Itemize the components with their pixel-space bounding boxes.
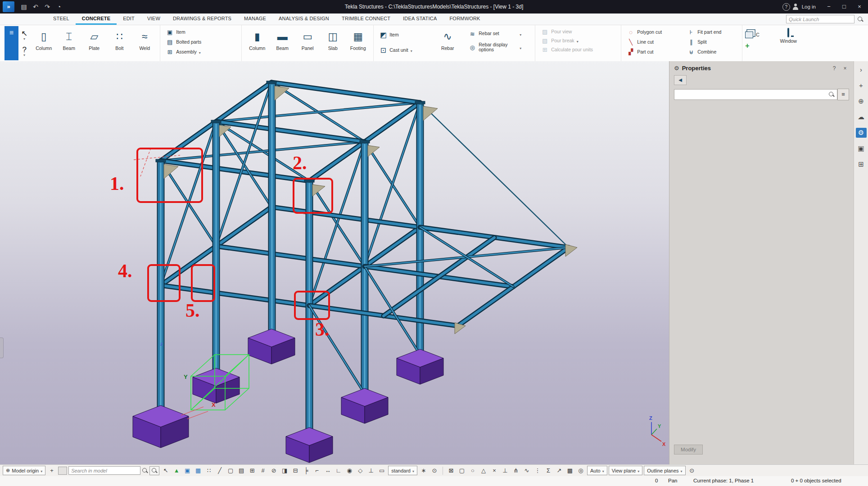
cast-unit-tool[interactable]: ⊡Cast unit: [376, 42, 415, 58]
combine-tool[interactable]: ⊎Combine: [684, 47, 719, 57]
search-settings-button[interactable]: [149, 466, 159, 475]
concrete-footing-tool[interactable]: ▦Footing: [345, 27, 371, 51]
intersection-icon[interactable]: ⋔: [511, 466, 521, 475]
steel-weld-tool[interactable]: ≈Weld: [132, 27, 157, 51]
auto-dropdown[interactable]: Auto: [587, 466, 607, 475]
hatch-icon[interactable]: ▩: [565, 466, 575, 475]
outline-planes-dropdown[interactable]: Outline planes: [644, 466, 685, 475]
undo-icon[interactable]: ↶: [30, 3, 41, 10]
file-menu-button[interactable]: ≡: [5, 26, 18, 60]
snap-nearest-icon[interactable]: ⊘: [269, 466, 279, 475]
components-catalog-icon[interactable]: ▣: [856, 144, 867, 153]
model-search-input[interactable]: [68, 466, 140, 475]
snap-ortho-icon[interactable]: ∟: [334, 466, 344, 475]
search-icon[interactable]: [142, 468, 148, 474]
search-icon[interactable]: [857, 16, 863, 22]
help-icon[interactable]: ?: [782, 3, 790, 11]
snap-plane-icon[interactable]: ◨: [280, 466, 289, 475]
tab-formwork[interactable]: FORMWORK: [443, 14, 486, 25]
window-tool[interactable]: Window: [776, 27, 801, 44]
tab-trimble-connect[interactable]: TRIMBLE CONNECT: [335, 14, 397, 25]
polygon-cut-tool[interactable]: ◌Polygon cut: [624, 27, 665, 37]
perpendicular-icon[interactable]: ⊥: [500, 466, 510, 475]
view-plane-dropdown[interactable]: View plane: [609, 466, 643, 475]
maximize-button[interactable]: □: [837, 1, 851, 13]
select-lines-icon[interactable]: ╱: [215, 466, 225, 475]
viewport-side-grip[interactable]: [0, 338, 4, 358]
caret-down-icon[interactable]: [199, 48, 201, 56]
select-pointer-icon[interactable]: ↖: [161, 466, 171, 475]
concrete-panel-tool[interactable]: ▭Panel: [295, 27, 320, 51]
select-area-icon[interactable]: ▲: [172, 466, 181, 475]
model-viewport[interactable]: Y X z Z Y X 1. 2.: [0, 61, 669, 464]
context-help-button[interactable]: ?▾: [21, 46, 27, 57]
tab-analysis-design[interactable]: ANALYSIS & DESIGN: [272, 14, 335, 25]
steel-bolt-tool[interactable]: ∷Bolt: [107, 27, 132, 51]
snap-any-point-icon[interactable]: ◇: [355, 466, 365, 475]
add-panel-icon[interactable]: +: [856, 81, 867, 90]
steel-plate-tool[interactable]: ▱Plate: [81, 27, 107, 51]
rebar-tool[interactable]: ∿Rebar: [435, 27, 460, 51]
model-origin-dropdown[interactable]: ⊕ Model origin: [3, 466, 45, 475]
snap-corner-icon[interactable]: ⌐: [312, 466, 322, 475]
collapse-panel-icon[interactable]: ›: [856, 65, 867, 75]
properties-close-icon[interactable]: ×: [841, 65, 849, 72]
vector-icon[interactable]: ↗: [554, 466, 564, 475]
snap-override-icon[interactable]: ∗: [419, 466, 429, 475]
add-point-button[interactable]: +: [47, 466, 57, 475]
modify-button[interactable]: Modify: [674, 445, 703, 454]
properties-panel-icon[interactable]: ⚙: [856, 128, 867, 138]
save-icon[interactable]: ▤: [18, 3, 30, 10]
steel-column-tool[interactable]: ▯Column: [31, 27, 56, 51]
select-tool-button[interactable]: ↖▾: [21, 30, 27, 40]
rebar-set-tool[interactable]: ≋Rebar set: [466, 27, 524, 40]
create-object-tool[interactable]: C: [745, 27, 760, 42]
search-icon[interactable]: [828, 91, 835, 98]
close-button[interactable]: ×: [853, 1, 866, 13]
concrete-beam-tool[interactable]: ▬Beam: [270, 27, 295, 51]
split-tool[interactable]: ∥Split: [684, 37, 709, 47]
target-icon[interactable]: ◎: [576, 466, 586, 475]
line-cut-tool[interactable]: ╲Line cut: [624, 37, 656, 47]
applications-icon[interactable]: ⊞: [856, 159, 867, 169]
origin-box-button[interactable]: [58, 467, 67, 475]
zoom-window-icon[interactable]: ▢: [457, 466, 467, 475]
select-faces-icon[interactable]: ▢: [226, 466, 235, 475]
curve-tool-icon[interactable]: ∿: [522, 466, 532, 475]
caret-down-icon[interactable]: [520, 43, 521, 51]
measure-icon[interactable]: Σ: [543, 466, 553, 475]
fit-part-end-tool[interactable]: ⊦Fit part end: [684, 27, 724, 37]
select-filter-icon[interactable]: ▣: [182, 466, 192, 475]
history-icon[interactable]: ◔: [53, 3, 65, 10]
add-object-tool[interactable]: +: [745, 42, 749, 50]
minimize-button[interactable]: −: [822, 1, 836, 13]
caret-down-icon[interactable]: [411, 46, 412, 54]
login-button[interactable]: Log in: [802, 4, 816, 9]
tab-edit[interactable]: EDIT: [117, 14, 141, 25]
snap-center-icon[interactable]: ◉: [344, 466, 354, 475]
tab-idea-statica[interactable]: IDEA STATICA: [397, 14, 443, 25]
selection-filter-dropdown[interactable]: standard: [388, 466, 417, 475]
concrete-item-tool[interactable]: ◩Item: [376, 27, 401, 42]
properties-menu-button[interactable]: ≡: [837, 89, 849, 100]
tab-manage[interactable]: MANAGE: [238, 14, 272, 25]
tab-view[interactable]: VIEW: [141, 14, 167, 25]
snap-extension-icon[interactable]: ↔: [323, 466, 333, 475]
concrete-column-tool[interactable]: ▮Column: [244, 27, 270, 51]
concrete-slab-tool[interactable]: ◫Slab: [320, 27, 345, 51]
caret-down-icon[interactable]: [520, 30, 521, 38]
properties-help-icon[interactable]: ?: [830, 65, 838, 72]
erase-icon[interactable]: ×: [489, 466, 499, 475]
bolted-parts-tool[interactable]: ▤Bolted parts: [163, 37, 204, 47]
select-plates-icon[interactable]: ▤: [236, 466, 246, 475]
snap-visibility-icon[interactable]: ⊙: [429, 466, 439, 475]
properties-search-input[interactable]: [674, 89, 837, 100]
select-assemblies-icon[interactable]: ⊞: [247, 466, 257, 475]
select-components-icon[interactable]: #: [258, 466, 268, 475]
tab-drawings-reports[interactable]: DRAWINGS & REPORTS: [167, 14, 238, 25]
properties-back-button[interactable]: ◀: [674, 75, 687, 85]
reference-models-icon[interactable]: ⊕: [856, 96, 867, 106]
more-tools-icon[interactable]: ⋮: [533, 466, 542, 475]
fly-icon[interactable]: △: [479, 466, 488, 475]
visibility-eye-icon[interactable]: ⊙: [687, 466, 697, 475]
